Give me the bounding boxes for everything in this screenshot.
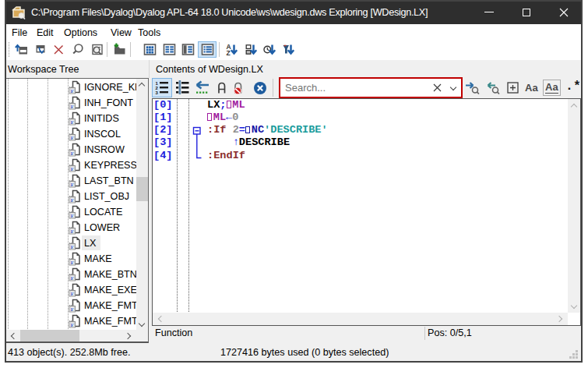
- svg-text:F: F: [71, 213, 74, 218]
- svg-text:F: F: [71, 322, 74, 327]
- svg-text:F: F: [71, 119, 74, 125]
- svg-text:F: F: [71, 291, 74, 296]
- svg-text:F: F: [71, 135, 74, 140]
- svg-text:F: F: [71, 104, 74, 109]
- svg-text:3: 3: [156, 90, 159, 94]
- svg-text:F: F: [71, 260, 74, 265]
- svg-text:F: F: [71, 182, 74, 187]
- svg-text:F: F: [71, 166, 74, 172]
- svg-text:Z: Z: [227, 49, 231, 56]
- svg-text:F: F: [71, 150, 74, 156]
- svg-text:F: F: [71, 244, 74, 249]
- svg-text:F: F: [71, 228, 74, 234]
- svg-text:F: F: [71, 275, 74, 281]
- svg-text:F: F: [71, 88, 74, 94]
- svg-text:F: F: [71, 197, 74, 203]
- svg-text:F: F: [71, 306, 74, 312]
